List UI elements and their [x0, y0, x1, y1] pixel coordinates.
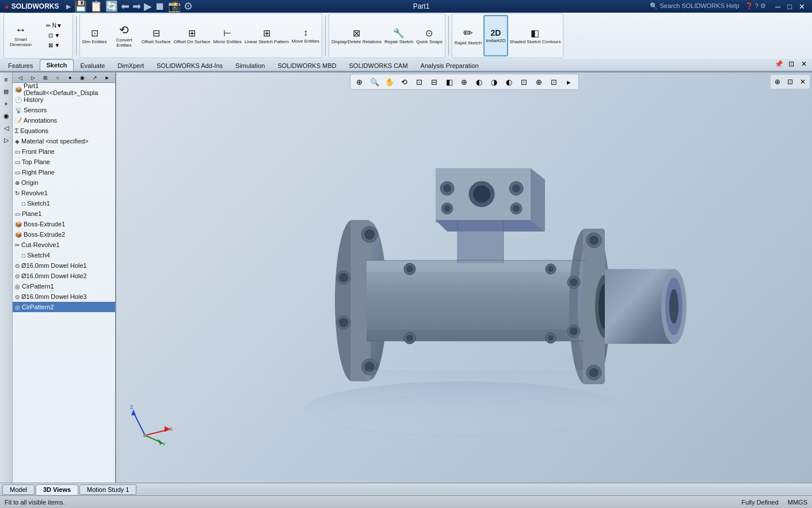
tab-cam[interactable]: SOLIDWORKS CAM [344, 60, 414, 71]
tab-analysis[interactable]: Analysis Preparation [415, 60, 485, 71]
instant2d-button[interactable]: 2D Instant2D [483, 15, 508, 56]
tree-item-right-plane[interactable]: ▭ Right Plane [13, 167, 115, 177]
tree-filter[interactable]: ○ [52, 73, 64, 84]
rapid-btns: ✏ Rapid Sketch 2D Instant2D ◧ Shaded Ske… [453, 15, 562, 56]
menu-toggle-button[interactable]: ≡ [1, 74, 12, 85]
repair-sketch-button[interactable]: 🔧 Repair Sketch [383, 15, 414, 56]
back-button[interactable]: ◁ [1, 122, 12, 134]
sketch-toolbar: ↔ Smart Dimension ✏ N▼ ⊡ ▼ ⊠ ▼ ⊡ [0, 13, 812, 59]
minimize-button[interactable]: ─ [773, 2, 783, 11]
mirror-entities-button[interactable]: ⊢ Mirror Entities [212, 15, 243, 56]
dim-sub-2[interactable]: ⊡ ▼ [37, 31, 71, 40]
tree-item-sensors[interactable]: 📡 Sensors [13, 105, 115, 115]
tree-item-dowel1[interactable]: ⊙ Ø16.0mm Dowel Hole1 [13, 260, 115, 271]
tab-mbd[interactable]: SOLIDWORKS MBD [272, 60, 342, 71]
tree-item-plane1[interactable]: ▭ Plane1 [13, 208, 115, 219]
tree-item-annotations[interactable]: 📝 Annotations [13, 115, 115, 126]
tab-features[interactable]: Features [2, 60, 39, 71]
tab-dimxpert[interactable]: DimXpert [112, 60, 150, 71]
tree-item-cirpattern1[interactable]: ◎ CirPattern1 [13, 281, 115, 291]
rapid-icon: ✏ [463, 26, 473, 40]
tree-item-sketch1[interactable]: □ Sketch1 [20, 198, 115, 208]
add-button[interactable]: + [1, 98, 12, 109]
display-group: ⊠ Display/Delete Relations 🔧 Repair Sket… [329, 13, 445, 58]
tab-sketch[interactable]: Sketch [40, 59, 73, 71]
tab-simulation[interactable]: Simulation [230, 60, 270, 71]
cir2-icon: ◎ [15, 304, 20, 310]
tree-item-revolve1[interactable]: ↻ Revolve1 [13, 188, 115, 198]
tree-grid[interactable]: ⊞ [40, 73, 51, 84]
shaded-sketch-button[interactable]: ◧ Shaded Sketch Contours [509, 15, 562, 56]
right-ext-bore-inner [669, 289, 678, 324]
sep-1 [76, 16, 77, 55]
z-arrowhead [131, 410, 136, 415]
tree-item-material[interactable]: ◈ Material <not specified> [13, 136, 115, 146]
quick-access-toolbar[interactable]: 💾 📋 🔄 ⬅ ➡ ▶ ⏹ 📸 ⚙ [74, 0, 193, 13]
tab-evaluate[interactable]: Evaluate [75, 60, 111, 71]
cir2-label: CirPattern2 [22, 304, 54, 310]
tree-play[interactable]: ► [102, 73, 113, 84]
top-center-inner [473, 185, 490, 203]
tree-fwd[interactable]: ▷ [28, 73, 39, 84]
circle-button[interactable]: ◉ [1, 110, 12, 122]
repair-label: Repair Sketch [384, 39, 413, 44]
tree-item-origin[interactable]: ⊕ Origin [13, 177, 115, 188]
body-hole-4i [548, 335, 554, 341]
convert-entities-button[interactable]: ⟲ Convert Entities [109, 15, 140, 56]
offset-surface-button[interactable]: ⊟ Offset Surface [140, 15, 172, 56]
view-orient-button[interactable]: ⊕ [772, 76, 783, 88]
forward-button[interactable]: ▷ [1, 134, 12, 146]
tree-icon-button[interactable]: ⊞ [1, 86, 12, 97]
tab-close-button[interactable]: ✕ [798, 58, 810, 70]
linear-sketch-button[interactable]: ⊞ Linear Sketch Pattern [243, 15, 290, 56]
sketch4-icon: □ [22, 252, 25, 259]
viewport[interactable]: ⊕ 🔍 ✋ ⟲ ⊡ ⊟ ◧ ⊕ ◐ ◑ ◐ ⊡ ⊕ ⊡ ▸ [116, 73, 812, 483]
tree-header: ◁ ▷ ⊞ ○ ● ◉ ↗ ► [13, 73, 115, 83]
tree-item-boss-extrude1[interactable]: 📦 Boss-Extrude1 [13, 219, 115, 229]
offset-surf-icon: ⊟ [153, 28, 160, 39]
display-relations-button[interactable]: ⊠ Display/Delete Relations [330, 15, 383, 56]
smart-dim-btns: ↔ Smart Dimension ✏ N▼ ⊡ ▼ ⊠ ▼ [5, 14, 71, 56]
tree-item-cirpattern2[interactable]: ◎ CirPattern2 [13, 302, 115, 312]
plane1-icon: ▭ [15, 211, 20, 217]
tree-item-dowel2[interactable]: ⊙ Ø16.0mm Dowel Hole2 [13, 271, 115, 281]
app-title: Part1 [413, 2, 430, 10]
tree-item-sketch4[interactable]: □ Sketch4 [20, 250, 115, 260]
tree-dot[interactable]: ● [64, 73, 76, 84]
tree-item-equations[interactable]: Σ Equations [13, 126, 115, 136]
tree-item-boss-extrude2[interactable]: 📦 Boss-Extrude2 [13, 229, 115, 240]
quick-snaps-button[interactable]: ⊙ Quick Snaps [415, 15, 443, 56]
tab-expand-button[interactable]: ⊡ [786, 58, 797, 70]
bottom-tab-model[interactable]: Model [2, 484, 35, 495]
tree-item-cut-revolve1[interactable]: ✂ Cut-Revolve1 [13, 240, 115, 250]
view-close-button[interactable]: ✕ [797, 76, 809, 88]
tree-item-part1[interactable]: 📦 Part1 (Default<<Default>_Displa [13, 84, 115, 94]
offset-on-icon: ⊞ [188, 28, 196, 39]
move-entities-button[interactable]: ↕ Move Entities [291, 15, 321, 56]
rapid-sketch-button[interactable]: ✏ Rapid Sketch [453, 15, 483, 56]
dowel1-icon: ⊙ [15, 263, 20, 269]
smart-dimension-button[interactable]: ↔ Smart Dimension [5, 14, 36, 56]
view-expand-button[interactable]: ⊡ [784, 76, 796, 88]
dim-sub-1[interactable]: ✏ N▼ [37, 21, 71, 30]
dim-entities-button[interactable]: ⊡ Dim Entities [81, 15, 108, 56]
help-search[interactable]: 🔍 Search SOLIDWORKS Help [650, 2, 739, 11]
tree-item-front-plane[interactable]: ▭ Front Plane [13, 146, 115, 157]
bottom-tab-3dviews[interactable]: 3D Views [36, 484, 78, 495]
boss1-icon: 📦 [15, 221, 22, 228]
dim-sub-3[interactable]: ⊠ ▼ [37, 40, 71, 50]
offset-on-surface-button[interactable]: ⊞ Offset On Surface [173, 15, 212, 56]
maximize-button[interactable]: □ [785, 2, 794, 11]
bottom-tab-motion[interactable]: Motion Study 1 [79, 484, 136, 495]
tree-back[interactable]: ◁ [15, 73, 26, 84]
tree-item-dowel3[interactable]: ⊙ Ø16.0mm Dowel Hole3 [13, 291, 115, 302]
tree-arrow[interactable]: ↗ [89, 73, 101, 84]
tab-pin-button[interactable]: 📌 [773, 58, 784, 70]
tree-circle[interactable]: ◉ [77, 73, 89, 84]
close-button[interactable]: ✕ [796, 2, 807, 11]
tree-item-top-plane[interactable]: ▭ Top Plane [13, 157, 115, 167]
sep-3 [448, 16, 449, 55]
cut-rev-label: Cut-Revolve1 [21, 241, 60, 248]
sensors-label: Sensors [24, 107, 47, 113]
tab-addins[interactable]: SOLIDWORKS Add-Ins [151, 60, 228, 71]
